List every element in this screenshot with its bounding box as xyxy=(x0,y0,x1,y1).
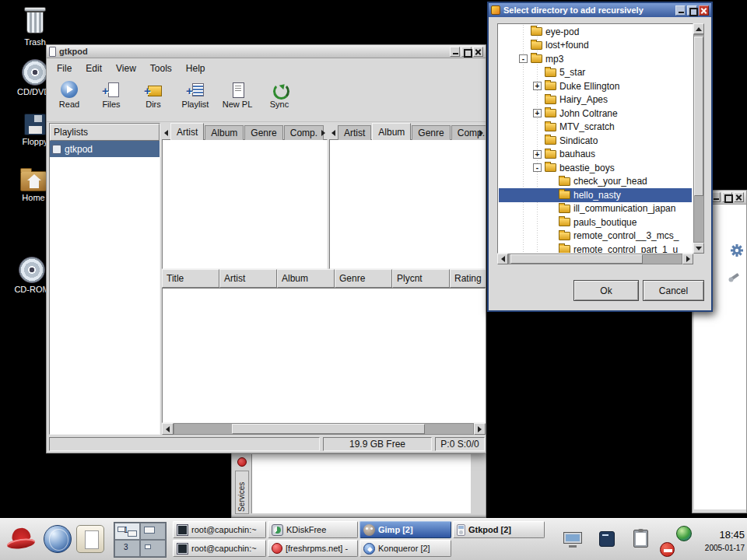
tree-item-beastie-boys[interactable]: -beastie_boys xyxy=(499,161,692,175)
column-genre[interactable]: Genre xyxy=(335,269,392,288)
close-button[interactable] xyxy=(473,47,483,57)
column-plycnt[interactable]: Plycnt xyxy=(392,269,450,288)
tree-item-5-star[interactable]: 5_star xyxy=(499,66,692,80)
column-album[interactable]: Album xyxy=(277,269,335,288)
playlist-item-gtkpod[interactable]: gtkpod xyxy=(50,141,160,157)
task-button-konsole-1[interactable]: root@capuchin:~ xyxy=(173,521,266,538)
menu-help[interactable]: Help xyxy=(179,60,212,77)
expander-icon[interactable]: + xyxy=(533,82,542,90)
tab-scroll-right-button[interactable] xyxy=(477,126,486,140)
task-button-konqueror[interactable]: Konqueror [2] xyxy=(359,540,451,557)
sync-button[interactable]: Sync xyxy=(258,78,300,121)
tree-item-pauls-boutique[interactable]: pauls_boutique xyxy=(499,215,692,229)
column-title[interactable]: Title xyxy=(162,269,219,288)
sorttab-left-album[interactable]: Album xyxy=(205,125,244,140)
scrollbar-thumb[interactable] xyxy=(232,424,425,434)
tree-item-bauhaus[interactable]: +bauhaus xyxy=(499,148,692,162)
tray-klipper-icon[interactable] xyxy=(633,530,648,548)
tab-scroll-right-button[interactable] xyxy=(319,126,328,140)
scroll-left-button[interactable] xyxy=(162,423,174,435)
scrollbar-trough[interactable] xyxy=(508,254,682,264)
vertical-scrollbar[interactable] xyxy=(693,23,704,254)
menu-tools[interactable]: Tools xyxy=(143,60,179,77)
tab-scroll-left-button[interactable] xyxy=(329,126,338,140)
maximize-button[interactable] xyxy=(722,192,732,202)
menu-file[interactable]: File xyxy=(50,60,79,77)
expander-icon[interactable]: + xyxy=(533,109,542,117)
add-playlist-button[interactable]: Playlist xyxy=(174,78,216,121)
tree-item-remote-control-part-1-u[interactable]: remote_control_part_1_u xyxy=(499,243,692,254)
scrollbar-trough[interactable] xyxy=(693,34,704,243)
ok-button[interactable]: Ok xyxy=(573,280,639,301)
app-launcher-button[interactable] xyxy=(76,525,104,553)
kmenu-button[interactable] xyxy=(5,523,37,555)
browser-launcher-button[interactable] xyxy=(44,525,72,553)
tree-item-john-coltrane[interactable]: +John Coltrane xyxy=(499,107,692,121)
maximize-button[interactable] xyxy=(687,5,697,16)
track-list-body[interactable] xyxy=(162,288,486,423)
add-dirs-button[interactable]: Dirs xyxy=(132,78,174,121)
scroll-right-button[interactable] xyxy=(682,254,693,264)
tree-item-remote-control-3-mcs[interactable]: remote_control__3_mcs_ xyxy=(499,229,692,243)
sorttab-right-genre[interactable]: Genre xyxy=(412,125,450,140)
sorttab-right-album[interactable]: Album xyxy=(372,123,411,140)
gear-icon[interactable] xyxy=(730,243,744,257)
tree-item-mtv-scratch[interactable]: MTV_scratch xyxy=(499,121,692,135)
add-files-button[interactable]: Files xyxy=(90,78,132,121)
maximize-button[interactable] xyxy=(461,47,472,57)
minimize-button[interactable] xyxy=(675,5,686,16)
tree-item-check-your-head[interactable]: check_your_head xyxy=(499,175,692,189)
task-button-freshrpms[interactable]: [freshrpms.net] - xyxy=(268,540,358,557)
pager-desktop-3[interactable]: 3 xyxy=(114,540,140,557)
horizontal-scrollbar[interactable] xyxy=(497,254,693,264)
menu-view[interactable]: View xyxy=(109,60,143,77)
dialog-titlebar[interactable]: Select directory to add recursively xyxy=(489,3,711,17)
sorttab-left-comp[interactable]: Comp. xyxy=(284,125,324,140)
expander-icon[interactable]: - xyxy=(519,54,528,63)
tree-item-hello-nasty[interactable]: hello_nasty xyxy=(499,188,692,202)
task-button-konsole-2[interactable]: root@capuchin:~ xyxy=(173,540,266,557)
tree-item-lost-found[interactable]: lost+found xyxy=(499,39,692,53)
scroll-right-button[interactable] xyxy=(474,423,486,435)
tree-item-duke-ellington[interactable]: +Duke Ellington xyxy=(499,79,692,93)
column-rating[interactable]: Rating xyxy=(450,269,486,288)
expander-icon[interactable]: - xyxy=(533,163,542,172)
horizontal-scrollbar[interactable] xyxy=(162,423,486,435)
close-button[interactable] xyxy=(734,192,744,202)
gtkpod-titlebar[interactable]: gtkpod xyxy=(47,45,486,58)
tab-services[interactable]: Services xyxy=(235,471,249,514)
read-button[interactable]: Read xyxy=(48,78,90,121)
task-button-gimp[interactable]: Gimp [2] xyxy=(359,521,451,538)
tool-icon[interactable] xyxy=(728,270,742,284)
tray-update-orb-icon[interactable] xyxy=(676,526,692,541)
tray-terminal-icon[interactable] xyxy=(599,531,615,547)
scroll-left-button[interactable] xyxy=(497,254,508,264)
pager-desktop-4[interactable] xyxy=(140,540,166,557)
scrollbar-trough[interactable] xyxy=(174,423,474,435)
sorttab-left-genre[interactable]: Genre xyxy=(244,125,282,140)
sorttab-left-artist[interactable]: Artist xyxy=(170,123,204,140)
scroll-down-button[interactable] xyxy=(693,243,704,254)
tree-item-eye-pod[interactable]: eye-pod xyxy=(499,25,692,39)
scroll-up-button[interactable] xyxy=(693,23,704,34)
playlists-header[interactable]: Playlists xyxy=(50,124,160,141)
tree-item-ill-communication-japan[interactable]: ill_communication_japan xyxy=(499,202,692,216)
scrollbar-thumb[interactable] xyxy=(510,254,643,264)
tree-item-mp3[interactable]: -mp3 xyxy=(499,52,692,66)
tree-item-hairy-apes[interactable]: Hairy_Apes xyxy=(499,93,692,107)
close-button[interactable] xyxy=(699,5,709,16)
pager-desktop-2[interactable] xyxy=(140,523,166,540)
menu-edit[interactable]: Edit xyxy=(79,60,109,77)
clock[interactable]: 18:45 2005-01-17 xyxy=(705,528,745,554)
pager-desktop-1[interactable]: 1 xyxy=(114,523,140,540)
sorttab-right-artist[interactable]: Artist xyxy=(338,125,371,140)
cancel-button[interactable]: Cancel xyxy=(643,280,704,301)
task-button-gtkpod[interactable]: Gtkpod [2] xyxy=(453,521,545,538)
tray-alert-icon[interactable] xyxy=(660,542,675,557)
sort-tab-content-right[interactable] xyxy=(329,139,486,269)
minimize-button[interactable] xyxy=(450,47,460,57)
tree-item-sindicato[interactable]: Sindicato xyxy=(499,134,692,148)
sort-tab-content-left[interactable] xyxy=(162,139,328,269)
new-playlist-button[interactable]: New PL xyxy=(216,78,258,121)
desktop-icon-trash[interactable]: Trash xyxy=(6,5,64,47)
